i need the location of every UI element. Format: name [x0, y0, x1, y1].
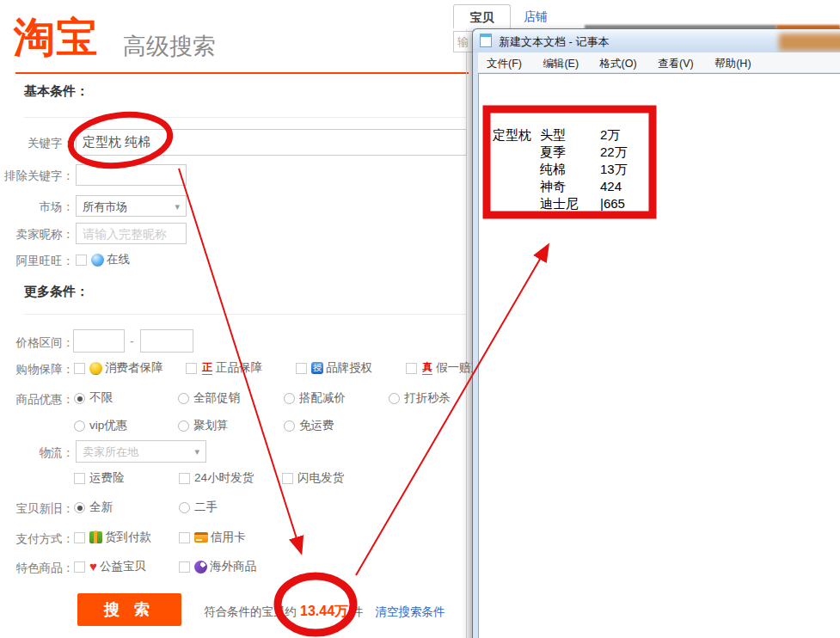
wangwang-icon [91, 254, 104, 267]
market-select[interactable]: 所有市场 ▾ [76, 195, 187, 217]
tab-shop[interactable]: 店铺 [514, 4, 557, 28]
lightning-ship-checkbox[interactable] [282, 473, 293, 484]
promo-bundle-option[interactable]: 搭配减价 [284, 390, 346, 404]
logistics-label: 物流： [0, 445, 74, 461]
np-c1 [493, 161, 540, 178]
promo-all-sales-option[interactable]: 全部促销 [178, 390, 240, 404]
notepad-line: 神奇424 [493, 178, 628, 195]
protection-authentic-checkbox[interactable] [186, 363, 197, 374]
price-range-label: 价格区间： [0, 335, 74, 351]
np-c1 [493, 144, 540, 161]
notepad-doc-icon [480, 34, 492, 47]
logistics-select[interactable]: 卖家所在地 ▾ [76, 440, 206, 463]
promo-all-sales-radio[interactable] [178, 393, 189, 404]
consumer-protection-icon [89, 362, 102, 374]
seller-nickname-input[interactable] [76, 223, 187, 244]
np-c1: 定型枕 [493, 126, 540, 144]
payment-cod-option[interactable]: 货到付款 [74, 530, 151, 543]
promo-free-shipping-radio[interactable] [284, 420, 295, 432]
exclude-keyword-label: 排除关键字： [0, 169, 74, 184]
promo-vip-radio[interactable] [74, 420, 85, 432]
overseas-globe-icon [194, 561, 207, 574]
condition-used-option[interactable]: 二手 [179, 500, 218, 513]
section-divider [24, 117, 466, 118]
protection-fake-checkbox[interactable] [406, 363, 417, 374]
result-prefix: 符合条件的宝贝约 [204, 605, 297, 618]
promo-juhuasuan-option[interactable]: 聚划算 [178, 418, 229, 432]
condition-new-option[interactable]: 全新 [74, 500, 113, 513]
special-overseas-option[interactable]: 海外商品 [179, 559, 256, 573]
protection-label: 购物保障： [0, 362, 74, 377]
protection-fake-option[interactable]: 假一赔三 [406, 360, 482, 374]
result-line: 符合条件的宝贝约13.44万件清空搜索条件 [204, 603, 445, 621]
payment-credit-checkbox[interactable] [179, 532, 190, 543]
clear-search-link[interactable]: 清空搜索条件 [376, 605, 445, 618]
keyword-label: 关键字： [0, 136, 74, 151]
promo-juhuasuan-radio[interactable] [178, 420, 189, 432]
menu-format[interactable]: 格式(O) [592, 52, 646, 71]
special-overseas-checkbox[interactable] [179, 561, 190, 573]
freight-insurance-checkbox[interactable] [74, 473, 85, 484]
payment-credit-option[interactable]: 信用卡 [179, 530, 246, 543]
protection-consumer-option[interactable]: 消费者保障 [74, 360, 163, 374]
result-count: 13.44万 [300, 604, 348, 618]
np-c3: 13万 [600, 161, 628, 178]
glass-orange-glow [779, 34, 840, 51]
price-dash: - [130, 334, 134, 348]
menu-view[interactable]: 查看(V) [649, 52, 702, 71]
authentic-zheng-icon [201, 362, 213, 374]
np-c3: |665 [600, 195, 628, 212]
special-charity-checkbox[interactable] [74, 561, 85, 573]
price-min-input[interactable] [73, 329, 125, 353]
promo-bundle-label: 搭配减价 [299, 391, 346, 404]
promo-vip-option[interactable]: vip优惠 [74, 418, 127, 432]
page-title: 高级搜索 [123, 31, 216, 62]
payment-credit-label: 信用卡 [211, 531, 246, 543]
fake-compensation-icon [421, 362, 433, 374]
menu-edit[interactable]: 编辑(E) [534, 52, 587, 71]
wangwang-online-option[interactable]: 在线 [76, 252, 130, 266]
menu-file[interactable]: 文件(F) [478, 52, 530, 71]
condition-new-radio[interactable] [74, 502, 85, 513]
search-button[interactable]: 搜 索 [77, 593, 181, 626]
promo-flash-option[interactable]: 打折秒杀 [389, 390, 451, 404]
basic-section-title: 基本条件： [24, 83, 89, 100]
condition-used-radio[interactable] [179, 502, 190, 513]
ship-24h-checkbox[interactable] [179, 473, 190, 484]
charity-heart-icon [89, 561, 97, 573]
notepad-titlebar[interactable]: 新建文本文档 - 记事本 [473, 29, 840, 52]
promo-flash-radio[interactable] [389, 393, 400, 404]
promo-unlimited-option[interactable]: 不限 [74, 390, 113, 404]
promo-bundle-radio[interactable] [284, 393, 295, 404]
ship-24h-option[interactable]: 24小时发货 [179, 470, 254, 484]
taobao-logo: 淘宝 [14, 10, 98, 65]
payment-cod-checkbox[interactable] [74, 532, 85, 543]
wangwang-online-label: 在线 [107, 253, 130, 266]
tab-item[interactable]: 宝贝 [453, 4, 511, 28]
brand-license-icon [311, 362, 323, 374]
promo-unlimited-radio[interactable] [74, 393, 85, 404]
np-c3: 22万 [600, 144, 628, 161]
price-max-input[interactable] [140, 329, 193, 353]
np-c1 [493, 178, 540, 195]
np-c2: 神奇 [540, 178, 600, 195]
protection-brand-option[interactable]: 品牌授权 [296, 360, 372, 374]
logistics-select-value: 卖家所在地 [83, 445, 138, 458]
lightning-ship-option[interactable]: 闪电发货 [282, 470, 344, 484]
keyword-input[interactable] [76, 129, 467, 156]
special-charity-option[interactable]: 公益宝贝 [74, 559, 146, 573]
freight-insurance-option[interactable]: 运费险 [74, 470, 125, 484]
promo-free-shipping-option[interactable]: 免运费 [284, 418, 334, 432]
protection-consumer-checkbox[interactable] [74, 363, 85, 374]
menu-help[interactable]: 帮助(H) [706, 52, 759, 71]
seller-nickname-label: 卖家昵称： [0, 227, 74, 242]
np-c3: 2万 [600, 126, 628, 144]
promo-flash-label: 打折秒杀 [404, 391, 451, 404]
promo-unlimited-label: 不限 [89, 391, 113, 404]
notepad-menubar: 文件(F) 编辑(E) 格式(O) 查看(V) 帮助(H) [478, 52, 840, 73]
notepad-title: 新建文本文档 - 记事本 [499, 34, 610, 50]
exclude-keyword-input[interactable] [76, 164, 187, 186]
protection-authentic-option[interactable]: 正品保障 [186, 360, 262, 374]
protection-brand-checkbox[interactable] [296, 363, 307, 374]
wangwang-online-checkbox[interactable] [76, 255, 87, 266]
